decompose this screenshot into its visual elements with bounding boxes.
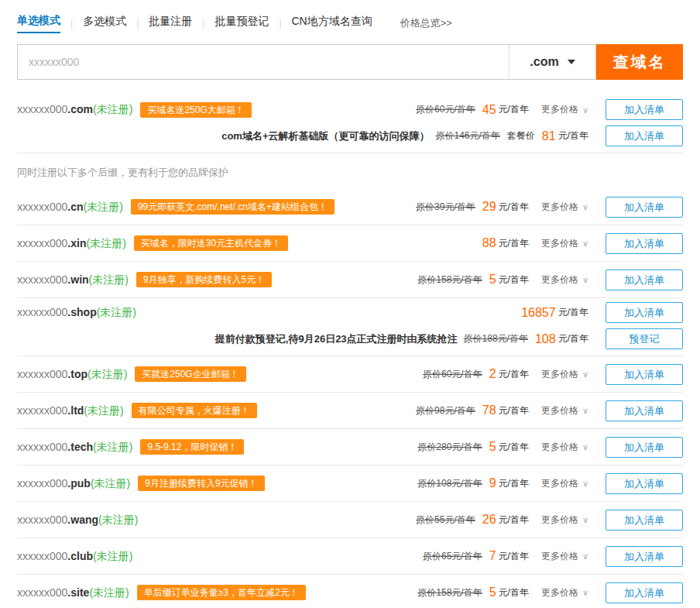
- domain-row: xxxxxx000.cn(未注册)99元即获英文.com/.net/.cn域名+…: [17, 189, 683, 225]
- price-unit: 元/首年: [499, 441, 529, 454]
- more-price-label: 更多价格: [541, 237, 578, 250]
- domain-row: xxxxxx000.top(未注册)买就送250G企业邮箱！原价60元/首年2元…: [17, 356, 683, 393]
- domain-keyword: xxxxxx000: [17, 477, 67, 489]
- add-to-cart-button[interactable]: 加入清单: [606, 197, 683, 218]
- nav-tab[interactable]: 批量注册: [149, 13, 192, 33]
- price-unit: 元/首年: [558, 332, 588, 345]
- search-domain-button[interactable]: 查域名: [596, 44, 683, 80]
- original-price: 原价65元/首年: [423, 550, 482, 563]
- current-price: 108: [535, 332, 556, 346]
- add-to-cart-button[interactable]: 加入清单: [606, 125, 683, 146]
- add-to-cart-button[interactable]: 加入清单: [606, 99, 683, 120]
- domain-suffix: .ltd: [67, 404, 84, 417]
- add-to-cart-button[interactable]: 加入清单: [606, 233, 683, 254]
- price-unit: 元/首年: [499, 368, 529, 381]
- domain-status: (未注册): [84, 404, 123, 417]
- more-price-link[interactable]: 更多价格: [541, 368, 588, 381]
- more-price-link[interactable]: 更多价格: [541, 237, 588, 250]
- price-unit: 元/首年: [558, 129, 588, 143]
- nav-tab[interactable]: CN地方域名查询: [292, 13, 372, 33]
- price-overview-link[interactable]: 价格总览>>: [400, 16, 452, 30]
- domain-row: xxxxxx000.tech(未注册)9.5-9.12，限时促销！原价280元/…: [17, 429, 683, 465]
- chevron-down-icon: [582, 405, 588, 416]
- current-price: 5: [489, 273, 496, 287]
- current-price: 29: [482, 200, 496, 214]
- domain-suffix: .club: [67, 550, 93, 562]
- more-price-link[interactable]: 更多价格: [541, 201, 588, 214]
- add-to-cart-button[interactable]: 加入清单: [606, 270, 683, 290]
- original-price: 原价146元/首年: [436, 129, 500, 143]
- domain-name: xxxxxx000.tech(未注册): [17, 440, 132, 455]
- add-to-cart-button[interactable]: 加入清单: [606, 364, 683, 385]
- domain-search-input[interactable]: [18, 45, 509, 79]
- domain-name: xxxxxx000.club(未注册): [17, 549, 132, 564]
- chevron-down-icon: [582, 587, 588, 598]
- domain-suffix: .wang: [67, 514, 98, 526]
- more-price-link[interactable]: 更多价格: [541, 103, 588, 116]
- chevron-down-icon: [582, 238, 588, 249]
- more-price-link[interactable]: 更多价格: [541, 404, 588, 417]
- nav-tab[interactable]: 批量预登记: [214, 13, 269, 33]
- domain-name: xxxxxx000.ltd(未注册): [17, 404, 124, 418]
- tab-divider: [136, 18, 139, 29]
- domain-status: (未注册): [89, 273, 129, 286]
- domain-keyword: xxxxxx000: [17, 441, 67, 453]
- current-price: 26: [482, 513, 496, 527]
- add-to-cart-button[interactable]: 加入清单: [606, 546, 683, 567]
- add-to-cart-button[interactable]: 加入清单: [606, 582, 683, 603]
- more-price-link[interactable]: 更多价格: [541, 273, 588, 287]
- more-price-link[interactable]: 更多价格: [541, 441, 588, 454]
- add-to-cart-button[interactable]: 加入清单: [606, 473, 683, 494]
- promo-badge: 9月独享，新购续费转入5元！: [136, 272, 272, 287]
- chevron-down-icon: [582, 478, 588, 489]
- chevron-down-icon: [582, 441, 588, 452]
- domain-status: (未注册): [97, 306, 136, 318]
- domain-status: (未注册): [84, 201, 123, 213]
- original-price: 原价60元/首年: [416, 103, 475, 116]
- search-bar: .com 查域名: [17, 44, 683, 80]
- sub-offer-text: com域名+云解析基础版（更可靠的访问保障）: [221, 129, 429, 143]
- chevron-down-icon: [582, 105, 588, 115]
- more-price-link[interactable]: 更多价格: [541, 477, 588, 490]
- price-unit: 元/首年: [558, 306, 588, 319]
- domain-suffix: .tech: [67, 441, 93, 453]
- domain-name: xxxxxx000.pub(未注册): [17, 476, 130, 491]
- current-price: 9: [489, 476, 496, 490]
- nav-tab[interactable]: 单选模式: [17, 12, 60, 33]
- price-unit: 元/首年: [499, 550, 529, 563]
- add-to-cart-button[interactable]: 加入清单: [606, 437, 683, 458]
- nav-tab[interactable]: 多选模式: [83, 13, 126, 33]
- price-unit: 元/首年: [499, 586, 529, 599]
- add-to-cart-button[interactable]: 加入清单: [606, 400, 683, 421]
- more-price-label: 更多价格: [541, 404, 578, 417]
- featured-result: xxxxxx000.com(未注册)买域名送250G大邮箱！原价60元/首年45…: [17, 95, 683, 153]
- promo-badge: 有限公司专属，火爆注册！: [132, 403, 257, 418]
- more-price-link[interactable]: 更多价格: [541, 586, 588, 599]
- domain-name: xxxxxx000.win(未注册): [17, 273, 129, 287]
- nav-tabs: 单选模式多选模式批量注册批量预登记CN地方域名查询: [17, 12, 372, 33]
- results-list: xxxxxx000.cn(未注册)99元即获英文.com/.net/.cn域名+…: [17, 189, 683, 608]
- domain-row: xxxxxx000.site(未注册)单后缀订单业务量≥3，首年立减2元！原价1…: [17, 575, 683, 608]
- promo-badge: 单后缀订单业务量≥3，首年立减2元！: [137, 585, 306, 600]
- domain-keyword: xxxxxx000: [17, 368, 67, 380]
- suffix-select[interactable]: .com: [509, 45, 595, 79]
- current-price: 7: [489, 549, 496, 563]
- add-to-cart-button[interactable]: 加入清单: [606, 510, 683, 531]
- domain-status: (未注册): [86, 237, 125, 249]
- price-unit: 元/首年: [499, 477, 529, 490]
- more-price-label: 更多价格: [541, 273, 578, 287]
- nav-bar: 单选模式多选模式批量注册批量预登记CN地方域名查询 价格总览>>: [17, 3, 683, 38]
- pre-register-button[interactable]: 预登记: [606, 328, 683, 349]
- add-to-cart-button[interactable]: 加入清单: [606, 302, 683, 323]
- domain-keyword: xxxxxx000: [17, 586, 67, 599]
- domain-row: xxxxxx000.com(未注册)买域名送250G大邮箱！原价60元/首年45…: [17, 95, 683, 153]
- more-price-link[interactable]: 更多价格: [541, 514, 588, 527]
- domain-name: xxxxxx000.cn(未注册): [17, 200, 123, 215]
- brand-protection-notice: 同时注册以下多个后缀，更有利于您的品牌保护: [17, 153, 683, 189]
- more-price-link[interactable]: 更多价格: [541, 550, 588, 563]
- domain-row: xxxxxx000.xin(未注册)买域名，限时送30元主机代金券！88元/首年…: [17, 225, 683, 262]
- more-price-label: 更多价格: [541, 586, 578, 599]
- domain-keyword: xxxxxx000: [17, 273, 67, 286]
- domain-row: xxxxxx000.shop(未注册)16857元/首年加入清单提前付款预登记,…: [17, 298, 683, 356]
- more-price-label: 更多价格: [541, 514, 578, 527]
